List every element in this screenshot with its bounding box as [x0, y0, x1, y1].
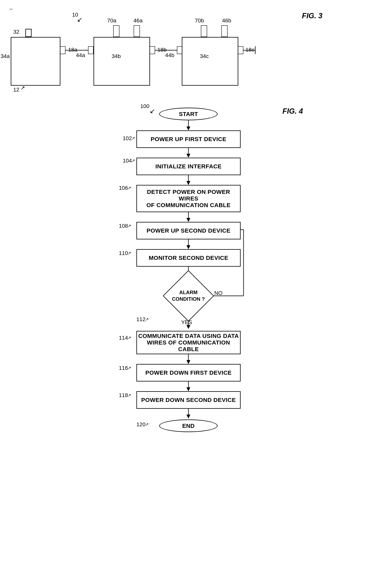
ref-112-arrow: ↗	[145, 317, 149, 322]
start-oval: START	[159, 108, 218, 120]
connector-70a	[113, 25, 119, 37]
svg-marker-28	[187, 415, 190, 419]
ref-114-arrow: ↗	[128, 335, 131, 340]
connector-18a-left	[60, 46, 65, 54]
ref-120: 120	[136, 422, 146, 428]
step-106: DETECT POWER ON POWER WIRES OF COMMUNICA…	[136, 185, 241, 212]
ref-34b: 34b	[112, 53, 121, 59]
ref-100: 100	[140, 103, 149, 109]
connector-18b-left	[150, 46, 155, 54]
ref-34a: 34a	[0, 53, 10, 59]
ref-12-arrow: ↗	[21, 85, 25, 91]
ref-108-arrow: ↗	[128, 223, 131, 229]
connector-46a	[134, 25, 140, 37]
connector-32	[25, 29, 32, 37]
ref-102: 102	[123, 135, 132, 142]
ref-106-arrow: ↗	[128, 186, 131, 190]
connector-46b	[221, 25, 228, 37]
ref-116: 116	[119, 365, 128, 371]
no-label: NO	[214, 290, 223, 296]
step-116-text: POWER DOWN FIRST DEVICE	[145, 369, 232, 376]
fig3-label: FIG. 3	[302, 12, 322, 20]
ref-106: 106	[119, 185, 128, 191]
step-114-text: COMMUNICATE DATA USING DATA WIRES OF COM…	[137, 333, 240, 353]
step-118-text: POWER DOWN SECOND DEVICE	[141, 397, 236, 403]
connector-18c-left	[238, 46, 243, 54]
ref-116-arrow: ↗	[128, 366, 131, 371]
alarm-diamond: ALARM CONDITION ?	[167, 274, 210, 317]
end-oval: END	[159, 420, 218, 432]
ref-110: 110	[119, 250, 128, 256]
box-34b: 34b	[94, 37, 150, 86]
ref-46b: 46b	[222, 18, 231, 24]
ref-104: 104	[123, 158, 132, 164]
end-label: END	[182, 422, 194, 429]
ref-110-arrow: ↗	[128, 251, 131, 256]
ref-32: 32	[13, 29, 19, 35]
connector-70b	[201, 25, 207, 37]
svg-marker-10	[187, 126, 190, 130]
fig4-label: FIG. 4	[282, 107, 303, 115]
ref-114: 114	[119, 335, 128, 341]
step-118: POWER DOWN SECOND DEVICE	[136, 391, 241, 409]
step-102-text: POWER UP FIRST DEVICE	[151, 136, 226, 143]
ref-102-arrow: ↗	[131, 136, 135, 141]
ref-118: 118	[119, 392, 128, 399]
step-102: POWER UP FIRST DEVICE	[136, 130, 241, 148]
ref-18c: 18c	[246, 47, 254, 53]
step-108-text: POWER UP SECOND DEVICE	[146, 227, 231, 234]
ref-70a: 70a	[107, 18, 116, 24]
connector-18a-right	[88, 46, 94, 54]
box-34c: 34c	[182, 37, 238, 86]
svg-marker-26	[187, 387, 190, 391]
ref-100-arrow: ↙	[150, 107, 155, 115]
ref-70b: 70b	[195, 18, 204, 24]
ref-118-arrow: ↗	[128, 393, 131, 398]
start-label: START	[179, 111, 198, 117]
svg-marker-12	[187, 154, 190, 158]
yes-label: YES	[181, 319, 192, 325]
alarm-text: ALARM CONDITION ?	[167, 289, 210, 302]
svg-marker-14	[187, 181, 190, 185]
step-106-text: DETECT POWER ON POWER WIRES OF COMMUNICA…	[137, 189, 240, 209]
ref-10-arrow: ↙	[77, 16, 82, 23]
ref-12: 12	[13, 87, 19, 93]
ref-44a: 44a	[76, 52, 85, 58]
svg-marker-22	[187, 325, 190, 329]
ref-112: 112	[136, 316, 146, 322]
ref-108: 108	[119, 223, 128, 229]
ref-120-arrow: ↗	[145, 422, 149, 427]
step-114: COMMUNICATE DATA USING DATA WIRES OF COM…	[136, 331, 241, 354]
step-110: MONITOR SECOND DEVICE	[136, 249, 241, 267]
step-104: INITIALIZE INTERFACE	[136, 158, 241, 175]
svg-marker-18	[187, 245, 190, 249]
corner-mark: –	[10, 6, 12, 12]
page: 10 ↙ FIG. 3 32 34a 18a 44a 70a 46a 34b 1…	[0, 0, 377, 588]
ref-104-arrow: ↗	[131, 158, 135, 163]
ref-44b: 44b	[165, 52, 174, 58]
box-34a: 34a	[11, 37, 60, 86]
step-104-text: INITIALIZE INTERFACE	[155, 163, 222, 170]
step-108: POWER UP SECOND DEVICE	[136, 222, 241, 239]
ref-46a: 46a	[133, 18, 143, 24]
step-110-text: MONITOR SECOND DEVICE	[149, 255, 228, 261]
ref-34c: 34c	[200, 53, 209, 59]
connector-18b-right	[177, 46, 182, 54]
svg-marker-16	[187, 218, 190, 222]
svg-marker-24	[187, 360, 190, 364]
step-116: POWER DOWN FIRST DEVICE	[136, 364, 241, 381]
